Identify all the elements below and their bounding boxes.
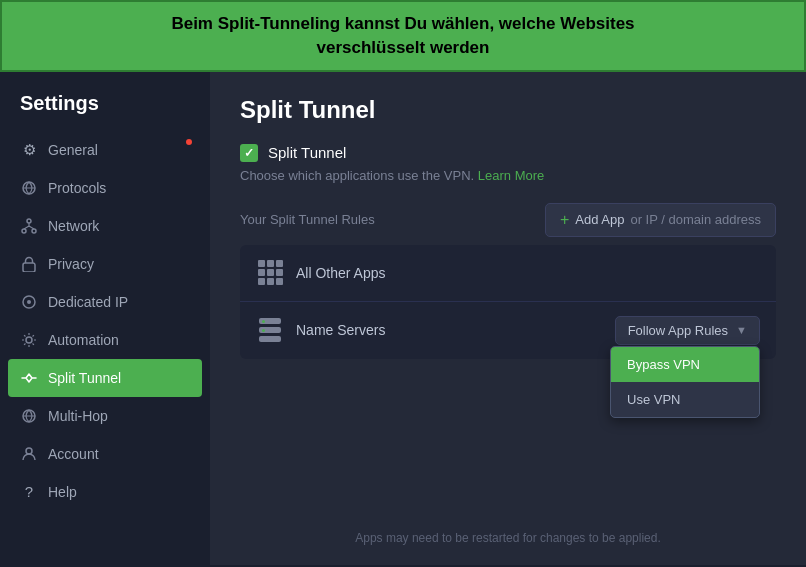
server-app-icon bbox=[256, 316, 284, 344]
name-servers-label: Name Servers bbox=[296, 322, 385, 338]
sidebar-item-account[interactable]: Account bbox=[0, 435, 210, 473]
help-icon: ? bbox=[20, 483, 38, 501]
sidebar-item-split-tunnel[interactable]: Split Tunnel bbox=[8, 359, 202, 397]
sidebar-item-multi-hop[interactable]: Multi-Hop bbox=[0, 397, 210, 435]
server-icon bbox=[259, 318, 281, 342]
network-icon bbox=[20, 217, 38, 235]
sidebar-label-protocols: Protocols bbox=[48, 180, 106, 196]
account-icon bbox=[20, 445, 38, 463]
split-tunnel-toggle-label: Split Tunnel bbox=[268, 144, 346, 161]
sidebar-item-privacy[interactable]: Privacy bbox=[0, 245, 210, 283]
top-banner: Beim Split-Tunneling kannst Du wählen, w… bbox=[0, 0, 806, 72]
sidebar-item-protocols[interactable]: Protocols bbox=[0, 169, 210, 207]
table-row: All Other Apps bbox=[240, 245, 776, 302]
sidebar-item-network[interactable]: Network bbox=[0, 207, 210, 245]
gear-icon: ⚙ bbox=[20, 141, 38, 159]
multi-hop-icon bbox=[20, 407, 38, 425]
dropdown-value: Follow App Rules bbox=[628, 323, 728, 338]
row-left: Name Servers bbox=[256, 316, 385, 344]
add-app-button[interactable]: + Add App or IP / domain address bbox=[545, 203, 776, 237]
row-left: All Other Apps bbox=[256, 259, 386, 287]
content-area: Split Tunnel Split Tunnel Choose which a… bbox=[210, 72, 806, 565]
learn-more-link[interactable]: Learn More bbox=[478, 168, 544, 183]
sidebar-label-privacy: Privacy bbox=[48, 256, 94, 272]
sidebar-label-account: Account bbox=[48, 446, 99, 462]
svg-point-6 bbox=[27, 300, 31, 304]
footer-note: Apps may need to be restarted for change… bbox=[210, 531, 806, 545]
split-tunnel-checkbox[interactable] bbox=[240, 144, 258, 162]
sidebar-label-automation: Automation bbox=[48, 332, 119, 348]
follow-app-rules-dropdown[interactable]: Follow App Rules ▼ bbox=[615, 316, 760, 345]
plus-icon: + bbox=[560, 211, 569, 229]
sidebar-item-general[interactable]: ⚙ General bbox=[0, 131, 210, 169]
apps-icon bbox=[256, 259, 284, 287]
table-row: Name Servers Follow App Rules ▼ Bypass V… bbox=[240, 302, 776, 359]
sidebar-label-dedicated-ip: Dedicated IP bbox=[48, 294, 128, 310]
grid-icon bbox=[258, 260, 283, 285]
svg-point-9 bbox=[26, 448, 32, 454]
automation-icon bbox=[20, 331, 38, 349]
rules-table: All Other Apps bbox=[240, 245, 776, 359]
notification-dot bbox=[186, 139, 192, 145]
sidebar-label-help: Help bbox=[48, 484, 77, 500]
svg-point-7 bbox=[26, 337, 32, 343]
sidebar-label-split-tunnel: Split Tunnel bbox=[48, 370, 121, 386]
sidebar-title: Settings bbox=[0, 92, 210, 131]
split-tunnel-toggle-row: Split Tunnel bbox=[240, 144, 776, 162]
rules-header: Your Split Tunnel Rules + Add App or IP … bbox=[240, 203, 776, 237]
use-vpn-option[interactable]: Use VPN bbox=[611, 382, 759, 417]
protocols-icon bbox=[20, 179, 38, 197]
sidebar-label-general: General bbox=[48, 142, 98, 158]
sidebar-item-dedicated-ip[interactable]: Dedicated IP bbox=[0, 283, 210, 321]
chevron-down-icon: ▼ bbox=[736, 324, 747, 336]
lock-icon bbox=[20, 255, 38, 273]
rules-title: Your Split Tunnel Rules bbox=[240, 212, 375, 227]
sidebar-label-network: Network bbox=[48, 218, 99, 234]
sidebar-label-multi-hop: Multi-Hop bbox=[48, 408, 108, 424]
add-button-suffix: or IP / domain address bbox=[630, 212, 761, 227]
svg-rect-4 bbox=[23, 263, 35, 272]
dedicated-ip-icon bbox=[20, 293, 38, 311]
split-tunnel-icon bbox=[20, 369, 38, 387]
page-title: Split Tunnel bbox=[240, 96, 776, 124]
banner-text: Beim Split-Tunneling kannst Du wählen, w… bbox=[171, 14, 634, 57]
svg-point-3 bbox=[32, 229, 36, 233]
dropdown-popup: Bypass VPN Use VPN bbox=[610, 346, 760, 418]
split-tunnel-description: Choose which applications use the VPN. L… bbox=[240, 168, 776, 183]
add-app-label: Add App bbox=[575, 212, 624, 227]
all-other-apps-label: All Other Apps bbox=[296, 265, 386, 281]
main-layout: Settings ⚙ General Protocols bbox=[0, 72, 806, 565]
sidebar-item-help[interactable]: ? Help bbox=[0, 473, 210, 511]
svg-point-2 bbox=[22, 229, 26, 233]
bypass-vpn-option[interactable]: Bypass VPN bbox=[611, 347, 759, 382]
sidebar: Settings ⚙ General Protocols bbox=[0, 72, 210, 565]
sidebar-item-automation[interactable]: Automation bbox=[0, 321, 210, 359]
svg-point-1 bbox=[27, 219, 31, 223]
